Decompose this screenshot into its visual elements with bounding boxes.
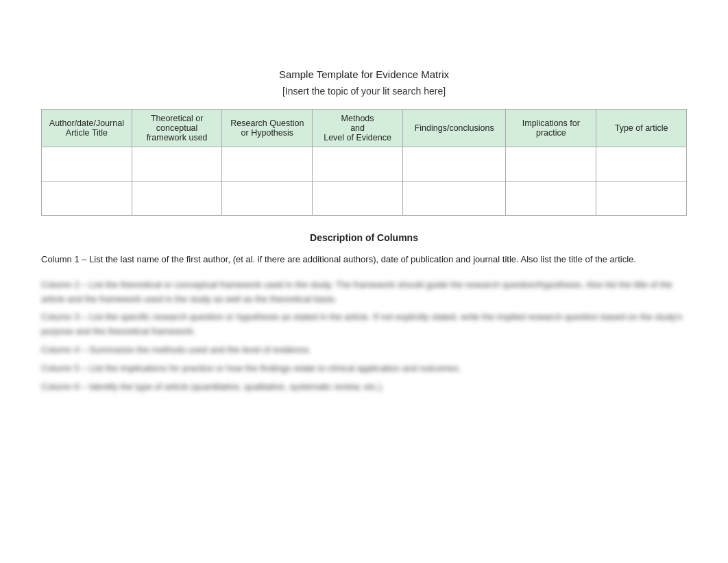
column4-description-blurred: Column 4 – Summarize the methods used an… [41, 343, 687, 358]
page-title: Sample Template for Evidence Matrix [41, 68, 687, 80]
cell-2-2 [132, 182, 222, 216]
cell-2-3 [222, 182, 313, 216]
description-title: Description of Columns [41, 232, 687, 243]
column2-description-blurred: Column 2 – List the theoretical or conce… [41, 278, 687, 307]
cell-1-5 [402, 147, 506, 182]
col-header-5: Findings/conclusions [402, 110, 506, 147]
col-header-2: Theoretical orconceptualframework used [132, 110, 222, 147]
column5-description-blurred: Column 5 – List the implications for pra… [41, 362, 687, 376]
column1-description: Column 1 – List the last name of the fir… [41, 253, 687, 267]
col-header-3: Research Questionor Hypothesis [222, 110, 313, 147]
cell-2-4 [313, 182, 403, 216]
column6-description-blurred: Column 6 – Identify the type of article … [41, 380, 687, 395]
cell-1-7 [596, 147, 687, 182]
cell-2-7 [596, 182, 687, 216]
cell-1-4 [313, 147, 403, 182]
col-header-1: Author/date/JournalArticle Title [42, 110, 132, 147]
col-header-7: Type of article [596, 110, 687, 147]
page-subtitle: [Insert the topic of your lit search her… [41, 86, 687, 97]
cell-2-6 [506, 182, 596, 216]
table-row [42, 182, 687, 216]
col-header-6: Implications forpractice [506, 110, 596, 147]
column3-description-blurred: Column 3 – List the specific research qu… [41, 310, 687, 339]
table-row [42, 147, 687, 182]
cell-1-6 [506, 147, 596, 182]
cell-1-3 [222, 147, 313, 182]
cell-1-1 [42, 147, 132, 182]
cell-1-2 [132, 147, 222, 182]
cell-2-5 [402, 182, 506, 216]
col-header-4: MethodsandLevel of Evidence [313, 110, 403, 147]
evidence-matrix-table: Author/date/JournalArticle Title Theoret… [41, 109, 687, 216]
cell-2-1 [42, 182, 132, 216]
description-section: Description of Columns Column 1 – List t… [41, 232, 687, 394]
